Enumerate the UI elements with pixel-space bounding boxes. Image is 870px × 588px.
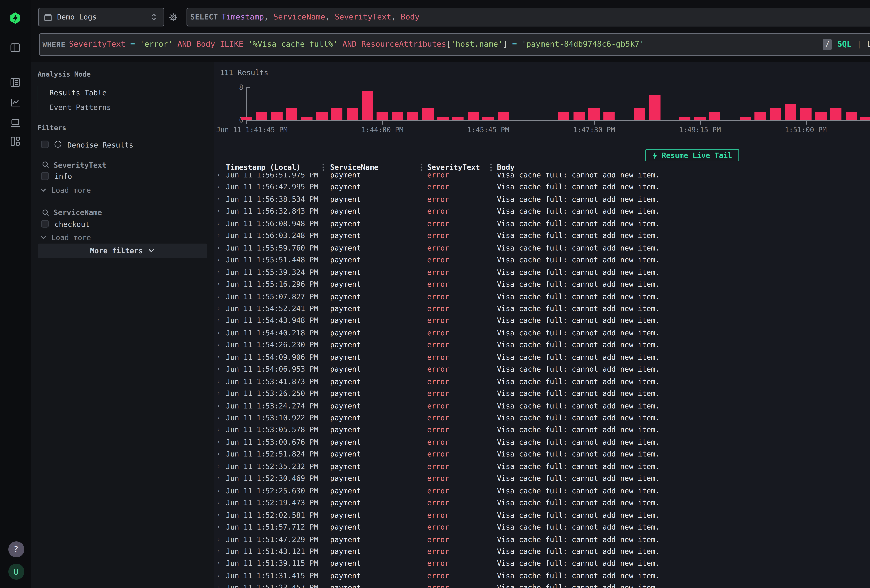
log-row[interactable]: ›Jun 11 1:51:31.415 PMpaymenterrorVisa c…	[213, 569, 870, 582]
search-logs-icon[interactable]	[0, 77, 31, 86]
row-expand-chevron[interactable]: ›	[217, 584, 220, 588]
denoise-checkbox[interactable]	[41, 141, 49, 148]
column-resize-handle[interactable]	[322, 163, 324, 171]
log-row[interactable]: ›Jun 11 1:55:51.448 PMpaymenterrorVisa c…	[213, 254, 870, 266]
facet-option-checkout[interactable]: checkout	[41, 220, 89, 228]
select-query-bar[interactable]: SELECT Timestamp, ServiceName, SeverityT…	[186, 7, 870, 26]
row-expand-chevron[interactable]: ›	[217, 511, 220, 518]
log-row[interactable]: ›Jun 11 1:54:26.230 PMpaymenterrorVisa c…	[213, 338, 870, 351]
log-row[interactable]: ›Jun 11 1:55:16.296 PMpaymenterrorVisa c…	[213, 278, 870, 290]
more-filters-button[interactable]: More filters	[37, 244, 207, 258]
log-row[interactable]: ›Jun 11 1:56:03.248 PMpaymenterrorVisa c…	[213, 229, 870, 241]
row-expand-chevron[interactable]: ›	[217, 366, 220, 372]
column-resize-handle[interactable]	[490, 163, 492, 171]
log-row[interactable]: ›Jun 11 1:56:32.843 PMpaymenterrorVisa c…	[213, 205, 870, 217]
row-expand-chevron[interactable]: ›	[217, 450, 220, 457]
row-expand-chevron[interactable]: ›	[217, 207, 220, 214]
where-query-bar[interactable]: WHERE SeverityText = 'error' AND Body IL…	[39, 33, 870, 56]
results-histogram[interactable]: 80Jun 11 1:41:45 PM1:44:00 PM1:45:45 PM1…	[213, 62, 870, 131]
col-timestamp[interactable]: Timestamp (Local)	[226, 163, 301, 171]
row-expand-chevron[interactable]: ›	[217, 390, 220, 397]
log-row[interactable]: ›Jun 11 1:51:57.712 PMpaymenterrorVisa c…	[213, 521, 870, 533]
log-row[interactable]: ›Jun 11 1:53:05.578 PMpaymenterrorVisa c…	[213, 424, 870, 436]
log-row[interactable]: ›Jun 11 1:52:51.824 PMpaymenterrorVisa c…	[213, 448, 870, 460]
dashboards-icon[interactable]	[0, 136, 31, 146]
log-row[interactable]: ›Jun 11 1:54:40.218 PMpaymenterrorVisa c…	[213, 326, 870, 339]
log-row[interactable]: ›Jun 11 1:55:07.827 PMpaymenterrorVisa c…	[213, 290, 870, 302]
col-servicename[interactable]: ServiceName	[330, 163, 378, 171]
log-row[interactable]: ›Jun 11 1:52:30.469 PMpaymenterrorVisa c…	[213, 472, 870, 484]
row-expand-chevron[interactable]: ›	[217, 183, 220, 190]
row-expand-chevron[interactable]: ›	[217, 560, 220, 567]
row-expand-chevron[interactable]: ›	[217, 463, 220, 469]
log-row[interactable]: ›Jun 11 1:54:06.953 PMpaymenterrorVisa c…	[213, 363, 870, 375]
log-row[interactable]: ›Jun 11 1:53:24.274 PMpaymenterrorVisa c…	[213, 399, 870, 411]
row-expand-chevron[interactable]: ›	[217, 244, 220, 251]
row-expand-chevron[interactable]: ›	[217, 293, 220, 299]
lucene-toggle[interactable]: Lucene	[867, 40, 870, 49]
row-expand-chevron[interactable]: ›	[217, 256, 220, 263]
denoise-results-row[interactable]: Denoise Results	[41, 140, 133, 149]
row-expand-chevron[interactable]: ›	[217, 280, 220, 287]
mode-event-patterns[interactable]: Event Patterns	[37, 100, 207, 115]
column-resize-handle[interactable]	[420, 163, 423, 171]
row-expand-chevron[interactable]: ›	[217, 378, 220, 385]
sql-toggle[interactable]: SQL	[837, 40, 851, 49]
help-button[interactable]: ?	[8, 541, 24, 557]
resume-live-tail-button[interactable]: Resume Live Tail	[645, 149, 739, 162]
row-expand-chevron[interactable]: ›	[217, 487, 220, 494]
log-row[interactable]: ›Jun 11 1:54:09.906 PMpaymenterrorVisa c…	[213, 351, 870, 363]
row-expand-chevron[interactable]: ›	[217, 317, 220, 324]
log-row[interactable]: ›Jun 11 1:51:23.457 PMpaymenterrorVisa c…	[213, 581, 870, 588]
gear-icon[interactable]	[167, 13, 180, 21]
log-row[interactable]: ›Jun 11 1:51:39.115 PMpaymenterrorVisa c…	[213, 557, 870, 569]
row-expand-chevron[interactable]: ›	[217, 426, 220, 433]
log-row[interactable]: ›Jun 11 1:56:51.975 PMpaymenterrorVisa c…	[213, 173, 870, 181]
log-row[interactable]: ›Jun 11 1:56:38.534 PMpaymenterrorVisa c…	[213, 193, 870, 205]
info-checkbox[interactable]	[41, 172, 49, 180]
user-avatar[interactable]: U	[8, 564, 24, 580]
row-expand-chevron[interactable]: ›	[217, 438, 220, 445]
row-expand-chevron[interactable]: ›	[217, 523, 220, 530]
log-row[interactable]: ›Jun 11 1:52:25.630 PMpaymenterrorVisa c…	[213, 484, 870, 497]
log-row[interactable]: ›Jun 11 1:53:10.922 PMpaymenterrorVisa c…	[213, 411, 870, 424]
sidebar-toggle-icon[interactable]	[0, 43, 31, 52]
log-row[interactable]: ›Jun 11 1:56:42.995 PMpaymenterrorVisa c…	[213, 181, 870, 193]
col-body[interactable]: Body	[497, 163, 514, 171]
mode-results-table[interactable]: Results Table	[37, 85, 207, 100]
row-expand-chevron[interactable]: ›	[217, 305, 220, 312]
row-expand-chevron[interactable]: ›	[217, 572, 220, 579]
row-expand-chevron[interactable]: ›	[217, 548, 220, 555]
log-row[interactable]: ›Jun 11 1:56:08.948 PMpaymenterrorVisa c…	[213, 217, 870, 229]
client-sessions-icon[interactable]	[0, 119, 31, 127]
row-expand-chevron[interactable]: ›	[217, 268, 220, 275]
row-expand-chevron[interactable]: ›	[217, 329, 220, 336]
facet-option-info[interactable]: info	[41, 172, 72, 180]
row-expand-chevron[interactable]: ›	[217, 536, 220, 542]
row-expand-chevron[interactable]: ›	[217, 173, 220, 178]
log-row[interactable]: ›Jun 11 1:55:39.324 PMpaymenterrorVisa c…	[213, 266, 870, 278]
log-row[interactable]: ›Jun 11 1:52:19.473 PMpaymenterrorVisa c…	[213, 497, 870, 509]
log-row[interactable]: ›Jun 11 1:52:02.581 PMpaymenterrorVisa c…	[213, 509, 870, 521]
source-select[interactable]: Demo Logs	[38, 7, 164, 26]
load-more-service[interactable]: Load more	[40, 233, 91, 241]
log-row[interactable]: ›Jun 11 1:52:35.232 PMpaymenterrorVisa c…	[213, 460, 870, 472]
row-expand-chevron[interactable]: ›	[217, 499, 220, 506]
log-row[interactable]: ›Jun 11 1:53:26.250 PMpaymenterrorVisa c…	[213, 387, 870, 399]
row-expand-chevron[interactable]: ›	[217, 475, 220, 482]
log-row[interactable]: ›Jun 11 1:54:43.948 PMpaymenterrorVisa c…	[213, 314, 870, 326]
log-row[interactable]: ›Jun 11 1:53:41.873 PMpaymenterrorVisa c…	[213, 375, 870, 387]
hyperdx-logo[interactable]	[9, 12, 22, 24]
log-row[interactable]: ›Jun 11 1:54:52.241 PMpaymenterrorVisa c…	[213, 302, 870, 314]
row-expand-chevron[interactable]: ›	[217, 414, 220, 421]
row-expand-chevron[interactable]: ›	[217, 232, 220, 239]
row-expand-chevron[interactable]: ›	[217, 402, 220, 409]
chart-explorer-icon[interactable]	[0, 98, 31, 107]
row-expand-chevron[interactable]: ›	[217, 220, 220, 227]
log-row[interactable]: ›Jun 11 1:53:00.676 PMpaymenterrorVisa c…	[213, 436, 870, 448]
log-row[interactable]: ›Jun 11 1:51:43.121 PMpaymenterrorVisa c…	[213, 545, 870, 557]
row-expand-chevron[interactable]: ›	[217, 195, 220, 202]
row-expand-chevron[interactable]: ›	[217, 353, 220, 360]
row-expand-chevron[interactable]: ›	[217, 341, 220, 348]
log-row[interactable]: ›Jun 11 1:51:47.229 PMpaymenterrorVisa c…	[213, 533, 870, 545]
